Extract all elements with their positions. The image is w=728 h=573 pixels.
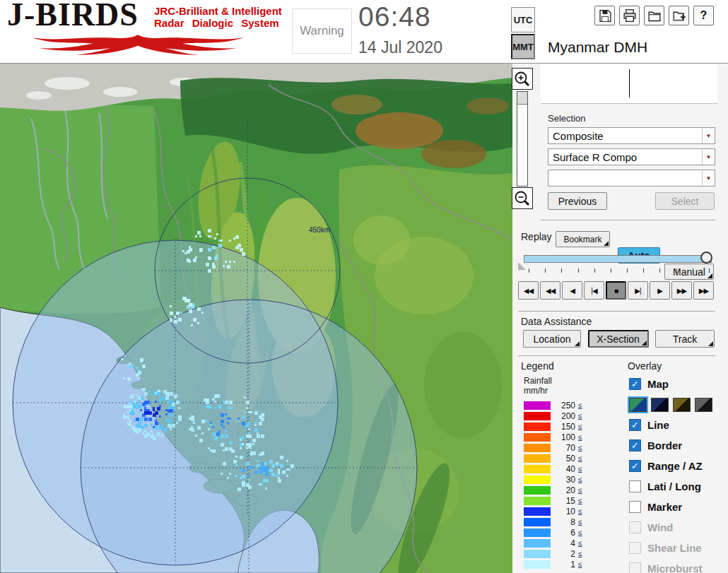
lati-long-checkbox[interactable]	[629, 480, 641, 492]
legend-row: 1≤	[524, 559, 582, 569]
line-checkbox[interactable]: ✓	[629, 419, 641, 431]
range-az-label: Range / AZ	[647, 460, 703, 472]
legend-value: 15	[556, 496, 575, 506]
rainfall-legend: 250≤200≤150≤100≤70≤50≤40≤30≤20≤15≤10≤8≤6…	[524, 400, 582, 569]
tick-mark	[529, 268, 529, 273]
zoom-slider-thumb[interactable]	[517, 92, 527, 105]
legend-color-swatch	[524, 507, 551, 516]
location-button[interactable]: Location	[523, 330, 581, 348]
dropdown-value: Surface R Compo	[548, 149, 702, 165]
legend-row: 15≤	[524, 495, 582, 506]
step-back-button[interactable]: ◀	[562, 281, 582, 300]
legend-color-swatch	[524, 433, 551, 442]
import-image-icon	[671, 8, 687, 23]
lte-glyph: ≤	[578, 486, 582, 494]
legend-color-swatch	[524, 401, 551, 410]
jump-to-start-button[interactable]: ◀◀	[518, 281, 539, 300]
legend-row: 100≤	[524, 432, 582, 442]
style-gray-button[interactable]	[695, 398, 712, 412]
overlay-label: Overlay	[628, 360, 662, 372]
range-az-checkbox[interactable]: ✓	[629, 460, 641, 472]
play-button[interactable]: ▶|	[628, 281, 648, 300]
timeline-thumb[interactable]	[700, 252, 712, 264]
print-icon	[622, 8, 638, 23]
print-button[interactable]	[619, 6, 640, 25]
data-assistance-label: Data Assistance	[521, 316, 592, 327]
overlay-row-shear-line: Shear Line	[629, 538, 712, 558]
wind-label: Wind	[647, 521, 674, 533]
product-dropdown[interactable]: Surface R Compo	[548, 148, 715, 165]
map-label: Map	[647, 378, 669, 390]
replay-timeline[interactable]	[524, 255, 712, 263]
lte-glyph: ≤	[578, 454, 582, 462]
message-box[interactable]	[541, 64, 717, 104]
jump-to-end-button[interactable]: ▶▶	[693, 281, 714, 300]
legend-value: 8	[556, 517, 575, 527]
lte-glyph: ≤	[578, 423, 582, 430]
overlay-row-microburst: Microburst	[629, 558, 712, 573]
legend-row: 30≤	[524, 474, 582, 485]
lte-glyph: ≤	[578, 412, 582, 420]
composite-dropdown[interactable]: Composite	[548, 127, 715, 144]
import-image-button[interactable]	[669, 6, 689, 25]
mmt-button[interactable]: MMT	[511, 34, 535, 59]
open-folder-button[interactable]	[644, 6, 664, 25]
play-reverse-button[interactable]: |◀	[584, 281, 604, 300]
legend-row: 10≤	[524, 506, 582, 516]
style-terrain-button[interactable]	[629, 398, 647, 412]
divider	[541, 220, 715, 220]
lati-long-label: Lati / Long	[647, 480, 701, 492]
overlay-row-border: ✓Border	[629, 435, 712, 456]
zoom-slider[interactable]	[517, 91, 528, 187]
bookmark-button[interactable]: Bookmark	[556, 231, 610, 247]
clock-date: 14 Jul 2020	[358, 38, 442, 57]
shear-line-label: Shear Line	[647, 542, 702, 554]
marker-checkbox[interactable]	[629, 501, 641, 513]
warning-button[interactable]: Warning	[292, 8, 352, 54]
wind-checkbox	[629, 521, 641, 533]
divider	[518, 311, 715, 312]
legend-value: 6	[556, 528, 575, 538]
map-checkbox[interactable]: ✓	[629, 378, 641, 390]
border-checkbox[interactable]: ✓	[629, 439, 641, 451]
legend-value: 2	[556, 549, 575, 559]
map-style-swatches	[629, 394, 712, 415]
fast-rewind-button[interactable]: ◀◀	[540, 281, 560, 300]
step-forward-button[interactable]: ▶	[650, 281, 670, 300]
chevron-down-icon[interactable]	[702, 128, 715, 143]
zoom-out-icon	[513, 189, 532, 208]
chevron-down-icon[interactable]	[702, 149, 715, 165]
legend-value: 50	[556, 454, 575, 463]
legend-color-swatch	[524, 528, 551, 537]
save-button[interactable]	[594, 6, 615, 25]
chevron-down-icon[interactable]	[702, 170, 715, 186]
extra-dropdown[interactable]	[548, 170, 715, 187]
x-section-button[interactable]: X-Section	[588, 330, 649, 348]
style-navy-button[interactable]	[651, 398, 669, 412]
line-label: Line	[647, 419, 669, 431]
style-olive-button[interactable]	[673, 398, 691, 412]
legend-color-swatch	[524, 550, 551, 558]
track-button[interactable]: Track	[655, 330, 715, 348]
legend-color-swatch	[524, 475, 551, 484]
tick-mark	[561, 268, 562, 273]
legend-color-swatch	[524, 454, 551, 463]
range-label: 450km	[309, 226, 330, 234]
zoom-out-button[interactable]	[512, 187, 533, 209]
header: J-BIRDS JRC-Brilliant & Intelligent Rada…	[0, 0, 728, 64]
zoom-in-button[interactable]	[512, 68, 533, 90]
legend-value: 100	[556, 432, 575, 442]
timeline-ticks	[529, 268, 710, 273]
overlay-row-map: ✓Map	[629, 374, 712, 394]
legend-row: 6≤	[524, 527, 582, 538]
legend-row: 8≤	[524, 516, 582, 527]
help-button[interactable]: ?	[693, 6, 714, 25]
previous-button[interactable]: Previous	[548, 192, 607, 210]
select-button[interactable]: Select	[655, 192, 715, 210]
utc-button[interactable]: UTC	[511, 7, 535, 33]
legend-value: 40	[556, 464, 575, 474]
radar-map[interactable]: 450km	[0, 64, 512, 573]
fast-forward-button[interactable]: ▶▶	[671, 281, 692, 300]
legend-color-swatch	[524, 539, 551, 548]
stop-button[interactable]: ■	[606, 281, 626, 300]
